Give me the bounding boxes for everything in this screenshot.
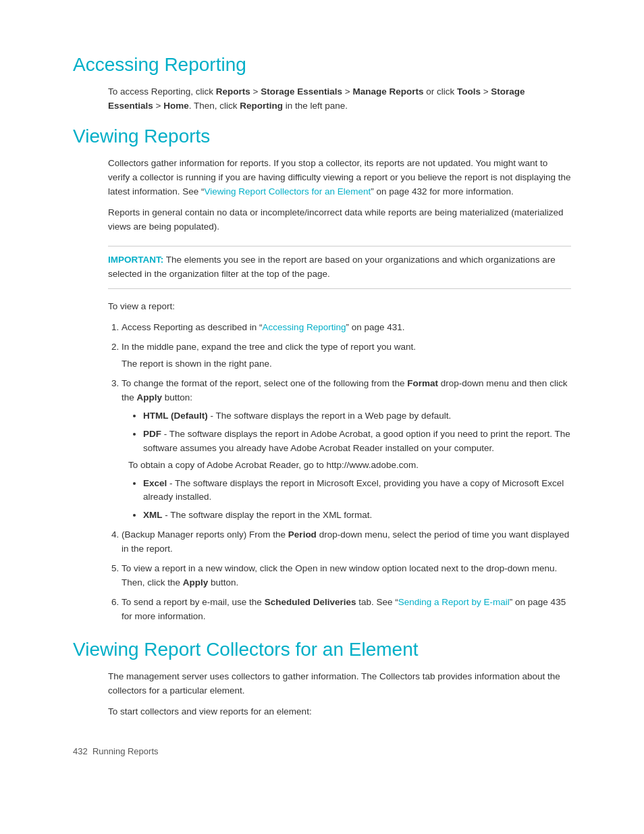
step3-text-end: button: xyxy=(162,392,192,402)
html-text: - The software displays the report in a … xyxy=(208,411,451,421)
step1-text-after: ” on page 431. xyxy=(346,322,404,332)
pdf-bold: PDF xyxy=(143,429,161,439)
xml-bold: XML xyxy=(143,510,163,520)
accessing-reporting-content: To access Reporting, click Reports > Sto… xyxy=(73,85,571,113)
step1-link[interactable]: Accessing Reporting xyxy=(263,322,346,332)
accessing-reporting-section: Accessing Reporting To access Reporting,… xyxy=(73,54,571,113)
important-body: The elements you see in the report are b… xyxy=(108,255,556,279)
para1-end: ” on page 432 for more information. xyxy=(371,186,514,197)
arrow3: > xyxy=(481,86,491,97)
step4-text-before: (Backup Manager reports only) From the xyxy=(122,529,288,540)
important-box: IMPORTANT: The elements you see in the r… xyxy=(108,246,571,289)
page-footer: 432 Running Reports xyxy=(73,746,571,756)
in-left-pane: in the left pane. xyxy=(283,101,348,111)
viewing-reports-para1: Collectors gather information for report… xyxy=(108,157,571,199)
then-text: . Then, click xyxy=(189,101,240,111)
step6-text-before: To send a report by e-mail, use the xyxy=(122,597,265,607)
step5-apply-bold: Apply xyxy=(183,577,209,588)
arrow1: > xyxy=(250,86,261,97)
viewing-reports-para2: Reports in general contain no data or in… xyxy=(108,206,571,234)
tools-bold: Tools xyxy=(457,86,481,97)
step-1: Access Reporting as described in “Access… xyxy=(122,321,571,335)
excel-bold: Excel xyxy=(143,478,167,488)
step6-text-mid: tab. See “ xyxy=(356,597,398,607)
collectors-para2: To start collectors and view reports for… xyxy=(108,705,571,719)
step3-text-before: To change the format of the report, sele… xyxy=(122,378,407,388)
step3-apply-bold: Apply xyxy=(137,392,163,402)
home-bold: Home xyxy=(163,101,189,111)
step5-text-after: button. xyxy=(208,577,238,588)
pdf-sub-note: To obtain a copy of Adobe Acrobat Reader… xyxy=(128,459,571,473)
viewing-reports-title: Viewing Reports xyxy=(73,126,571,147)
accessing-para-intro: To access Reporting, click xyxy=(108,86,216,97)
bullet-html: HTML (Default) - The software displays t… xyxy=(143,409,571,423)
to-view-label: To view a report: xyxy=(108,300,571,314)
step-2: In the middle pane, expand the tree and … xyxy=(122,340,571,371)
steps-list: Access Reporting as described in “Access… xyxy=(108,321,571,624)
manage-reports-bold: Manage Reports xyxy=(352,86,423,97)
step4-period-bold: Period xyxy=(288,529,317,540)
viewing-collectors-title: Viewing Report Collectors for an Element xyxy=(73,639,571,660)
footer-page-num: 432 xyxy=(73,746,88,756)
step3-format-bold: Format xyxy=(407,378,438,388)
or-click: or click xyxy=(423,86,457,97)
step-4: (Backup Manager reports only) From the P… xyxy=(122,528,571,556)
step2-sub-note: The report is shown in the right pane. xyxy=(122,357,571,371)
bullet-excel: Excel - The software displays the report… xyxy=(143,477,571,505)
step-5: To view a report in a new window, click … xyxy=(122,562,571,590)
bullet-xml: XML - The software display the report in… xyxy=(143,509,571,523)
accessing-reporting-para: To access Reporting, click Reports > Sto… xyxy=(108,85,571,113)
bullet-pdf: PDF - The software displays the report i… xyxy=(143,427,571,473)
step-3: To change the format of the report, sele… xyxy=(122,377,571,523)
viewing-collectors-section: Viewing Report Collectors for an Element… xyxy=(73,639,571,719)
accessing-reporting-title: Accessing Reporting xyxy=(73,54,571,76)
reporting-bold: Reporting xyxy=(240,101,283,111)
step1-text-before: Access Reporting as described in “ xyxy=(122,322,263,332)
important-text: IMPORTANT: The elements you see in the r… xyxy=(108,253,571,282)
important-label: IMPORTANT: xyxy=(108,255,163,265)
viewing-reports-content: Collectors gather information for report… xyxy=(73,157,571,624)
page-container: Accessing Reporting To access Reporting,… xyxy=(0,0,644,797)
arrow2: > xyxy=(342,86,352,97)
viewing-collectors-content: The management server uses collectors to… xyxy=(73,670,571,719)
storage-essentials-bold1: Storage Essentials xyxy=(261,86,342,97)
html-bold: HTML (Default) xyxy=(143,411,208,421)
pdf-text: - The software displays the report in Ad… xyxy=(143,429,570,453)
collectors-para1: The management server uses collectors to… xyxy=(108,670,571,698)
reports-bold: Reports xyxy=(216,86,250,97)
step6-link[interactable]: Sending a Report by E-mail xyxy=(398,597,510,607)
xml-text: - The software display the report in the… xyxy=(163,510,373,520)
excel-text: - The software displays the report in Mi… xyxy=(143,478,564,502)
footer-label: Running Reports xyxy=(92,746,159,756)
viewing-collectors-link1[interactable]: Viewing Report Collectors for an Element xyxy=(205,186,371,197)
step6-scheduled-bold: Scheduled Deliveries xyxy=(265,597,356,607)
step2-text: In the middle pane, expand the tree and … xyxy=(122,342,416,352)
step-6: To send a report by e-mail, use the Sche… xyxy=(122,596,571,624)
viewing-reports-section: Viewing Reports Collectors gather inform… xyxy=(73,126,571,624)
arrow4: > xyxy=(153,101,163,111)
format-bullets: HTML (Default) - The software displays t… xyxy=(128,409,571,523)
